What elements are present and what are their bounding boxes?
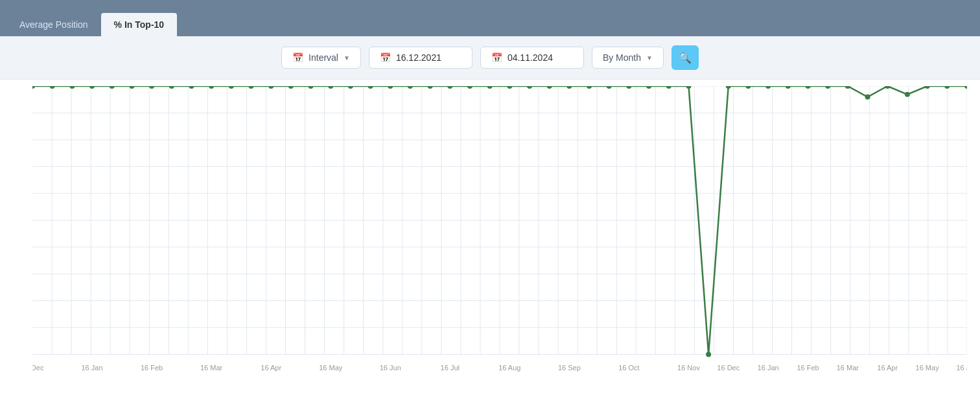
svg-point-105 — [726, 86, 731, 89]
search-button[interactable]: 🔍 — [671, 45, 699, 70]
svg-text:16 May: 16 May — [916, 364, 940, 372]
granularity-select[interactable]: By Month ▼ — [592, 47, 664, 69]
svg-point-104 — [706, 352, 711, 357]
chart-area: 0 10 20 30 40 50 60 70 80 90 100 — [0, 79, 980, 402]
chevron-down-icon: ▼ — [646, 54, 653, 61]
svg-text:16 Jul: 16 Jul — [441, 364, 460, 372]
svg-point-111 — [845, 86, 850, 89]
svg-point-92 — [467, 86, 472, 89]
svg-text:16 Jun: 16 Jun — [956, 364, 967, 372]
svg-point-84 — [308, 86, 313, 89]
calendar-icon-from: 📅 — [380, 52, 391, 63]
svg-point-76 — [149, 86, 154, 89]
date-from-value: 16.12.2021 — [396, 52, 441, 63]
svg-text:16 Aug: 16 Aug — [498, 364, 520, 372]
interval-button[interactable]: 📅 Interval ▼ — [281, 47, 361, 69]
svg-point-85 — [328, 86, 333, 89]
svg-point-101 — [646, 86, 651, 89]
svg-point-115 — [925, 86, 930, 89]
svg-text:16 Sep: 16 Sep — [558, 364, 581, 372]
svg-point-100 — [626, 86, 631, 89]
svg-point-82 — [268, 86, 274, 89]
date-from-input[interactable]: 📅 16.12.2021 — [369, 47, 472, 69]
svg-point-91 — [447, 86, 452, 89]
svg-text:16 Dec: 16 Dec — [717, 364, 740, 372]
svg-point-73 — [89, 86, 95, 89]
svg-text:16 Dec: 16 Dec — [32, 364, 44, 372]
tab-pct-top10[interactable]: % In Top-10 — [101, 13, 178, 36]
calendar-icon-to: 📅 — [491, 52, 502, 63]
svg-point-99 — [607, 86, 612, 89]
search-icon: 🔍 — [679, 52, 692, 64]
svg-point-89 — [408, 86, 413, 89]
svg-point-77 — [169, 86, 174, 89]
svg-text:16 Apr: 16 Apr — [877, 364, 898, 372]
svg-point-98 — [587, 86, 592, 89]
date-to-value: 04.11.2024 — [508, 52, 553, 63]
svg-point-71 — [50, 86, 55, 89]
svg-text:16 Jun: 16 Jun — [380, 364, 401, 372]
svg-point-96 — [547, 86, 552, 89]
svg-point-112 — [865, 95, 870, 100]
svg-text:16 Jan: 16 Jan — [758, 364, 779, 372]
svg-text:16 Jan: 16 Jan — [82, 364, 103, 372]
svg-text:16 May: 16 May — [319, 364, 343, 372]
date-to-input[interactable]: 📅 04.11.2024 — [480, 47, 584, 69]
svg-point-94 — [507, 86, 512, 89]
svg-text:16 Nov: 16 Nov — [677, 364, 700, 372]
toolbar: 📅 Interval ▼ 📅 16.12.2021 📅 04.11.2024 B… — [0, 36, 980, 79]
chevron-down-icon: ▼ — [344, 54, 350, 61]
svg-point-107 — [765, 86, 771, 89]
svg-point-116 — [944, 86, 950, 89]
svg-point-80 — [229, 86, 234, 89]
svg-point-79 — [209, 86, 214, 89]
svg-point-102 — [666, 86, 671, 89]
svg-text:16 Mar: 16 Mar — [200, 364, 223, 372]
svg-point-117 — [964, 86, 967, 89]
granularity-label: By Month — [603, 52, 641, 63]
svg-point-106 — [745, 86, 751, 89]
svg-point-95 — [527, 86, 532, 89]
svg-text:16 Apr: 16 Apr — [261, 364, 281, 372]
svg-text:16 Oct: 16 Oct — [618, 364, 639, 372]
svg-point-103 — [686, 86, 691, 89]
tab-average-position[interactable]: Average Position — [6, 13, 101, 36]
svg-point-114 — [905, 92, 910, 97]
svg-text:16 Feb: 16 Feb — [797, 364, 819, 372]
chart-container: 0 10 20 30 40 50 60 70 80 90 100 — [0, 80, 980, 402]
tab-bar: Average Position % In Top-10 — [0, 0, 980, 36]
svg-point-70 — [32, 86, 35, 89]
svg-point-81 — [248, 86, 253, 89]
svg-point-97 — [566, 86, 572, 89]
svg-text:16 Mar: 16 Mar — [837, 364, 859, 372]
svg-point-88 — [388, 86, 393, 89]
svg-point-93 — [487, 86, 493, 89]
svg-text:16 Feb: 16 Feb — [141, 364, 163, 372]
svg-point-108 — [786, 86, 791, 89]
chart-svg: 0 10 20 30 40 50 60 70 80 90 100 — [32, 86, 967, 380]
svg-point-78 — [189, 86, 194, 89]
svg-point-86 — [348, 86, 353, 89]
svg-point-72 — [69, 86, 75, 89]
svg-point-110 — [825, 86, 830, 89]
svg-point-109 — [806, 86, 811, 89]
svg-point-90 — [428, 86, 433, 89]
svg-point-83 — [288, 86, 294, 89]
calendar-icon: 📅 — [292, 52, 303, 63]
interval-label: Interval — [309, 52, 338, 63]
svg-point-87 — [368, 86, 373, 89]
